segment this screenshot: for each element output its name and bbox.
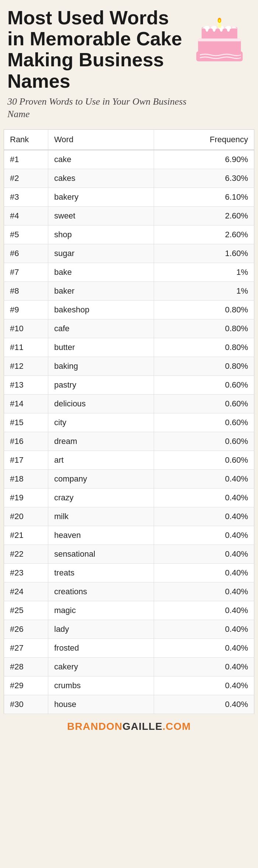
cell-frequency: 0.40% xyxy=(154,545,254,564)
table-row: #17art0.60% xyxy=(4,451,254,470)
main-title: Most Used Words in Memorable Cake Making… xyxy=(7,7,188,92)
table-row: #16dream0.60% xyxy=(4,432,254,451)
cell-frequency: 0.60% xyxy=(154,451,254,470)
cell-word: house xyxy=(48,695,154,714)
cell-frequency: 0.40% xyxy=(154,695,254,714)
cell-frequency: 0.40% xyxy=(154,639,254,658)
page-wrapper: Most Used Words in Memorable Cake Making… xyxy=(0,0,258,739)
table-row: #11butter0.80% xyxy=(4,338,254,357)
cell-word: crumbs xyxy=(48,676,154,695)
table-row: #26lady0.40% xyxy=(4,620,254,639)
cell-word: butter xyxy=(48,338,154,357)
cake-icon-wrapper xyxy=(188,7,251,66)
table-row: #27frosted0.40% xyxy=(4,639,254,658)
cell-rank: #25 xyxy=(4,601,48,620)
table-section: Rank Word Frequency #1cake6.90%#2cakes6.… xyxy=(4,129,254,714)
cell-word: cakes xyxy=(48,169,154,188)
cell-rank: #12 xyxy=(4,357,48,376)
col-rank: Rank xyxy=(4,130,48,150)
cell-rank: #8 xyxy=(4,282,48,301)
cell-word: milk xyxy=(48,507,154,526)
table-row: #28cakery0.40% xyxy=(4,658,254,676)
cell-rank: #14 xyxy=(4,395,48,413)
table-row: #9bakeshop0.80% xyxy=(4,301,254,319)
cell-rank: #3 xyxy=(4,188,48,207)
cell-frequency: 0.80% xyxy=(154,338,254,357)
footer-section: BRANDONGAILLE.COM xyxy=(0,714,258,739)
cell-frequency: 0.60% xyxy=(154,376,254,395)
cell-word: bake xyxy=(48,263,154,282)
cell-rank: #22 xyxy=(4,545,48,564)
cell-word: cafe xyxy=(48,319,154,338)
data-table: Rank Word Frequency #1cake6.90%#2cakes6.… xyxy=(4,129,254,714)
cell-rank: #9 xyxy=(4,301,48,319)
cell-frequency: 2.60% xyxy=(154,225,254,244)
cell-word: bakeshop xyxy=(48,301,154,319)
table-row: #12baking0.80% xyxy=(4,357,254,376)
cell-word: shop xyxy=(48,225,154,244)
cell-word: baker xyxy=(48,282,154,301)
cell-word: sensational xyxy=(48,545,154,564)
cell-word: treats xyxy=(48,564,154,582)
cell-rank: #1 xyxy=(4,150,48,169)
header-section: Most Used Words in Memorable Cake Making… xyxy=(0,0,258,124)
cell-rank: #15 xyxy=(4,413,48,432)
cell-word: cakery xyxy=(48,658,154,676)
footer-brand-part2: GAILLE xyxy=(122,721,163,732)
cell-frequency: 0.40% xyxy=(154,470,254,489)
cell-word: heaven xyxy=(48,526,154,545)
table-row: #13pastry0.60% xyxy=(4,376,254,395)
svg-rect-11 xyxy=(198,38,241,41)
cell-frequency: 0.40% xyxy=(154,601,254,620)
cell-word: sweet xyxy=(48,207,154,225)
table-row: #25magic0.40% xyxy=(4,601,254,620)
cell-frequency: 0.40% xyxy=(154,564,254,582)
cell-word: dream xyxy=(48,432,154,451)
title-block: Most Used Words in Memorable Cake Making… xyxy=(7,7,188,120)
cell-rank: #11 xyxy=(4,338,48,357)
cell-word: city xyxy=(48,413,154,432)
table-row: #22sensational0.40% xyxy=(4,545,254,564)
cell-frequency: 6.90% xyxy=(154,150,254,169)
table-row: #5shop2.60% xyxy=(4,225,254,244)
col-frequency: Frequency xyxy=(154,130,254,150)
table-row: #29crumbs0.40% xyxy=(4,676,254,695)
cell-frequency: 0.40% xyxy=(154,507,254,526)
table-row: #19crazy0.40% xyxy=(4,489,254,507)
cell-frequency: 1% xyxy=(154,263,254,282)
cell-frequency: 0.40% xyxy=(154,526,254,545)
cell-word: pastry xyxy=(48,376,154,395)
table-row: #24creations0.40% xyxy=(4,582,254,601)
cell-rank: #23 xyxy=(4,564,48,582)
svg-point-9 xyxy=(220,27,223,32)
cell-frequency: 0.60% xyxy=(154,413,254,432)
cell-frequency: 0.80% xyxy=(154,357,254,376)
cell-frequency: 0.60% xyxy=(154,432,254,451)
cell-rank: #30 xyxy=(4,695,48,714)
footer-brand-part3: .COM xyxy=(163,721,191,732)
cell-rank: #28 xyxy=(4,658,48,676)
table-row: #30house0.40% xyxy=(4,695,254,714)
table-row: #1cake6.90% xyxy=(4,150,254,169)
cell-frequency: 6.10% xyxy=(154,188,254,207)
cell-rank: #20 xyxy=(4,507,48,526)
cell-word: creations xyxy=(48,582,154,601)
table-row: #7bake1% xyxy=(4,263,254,282)
cell-frequency: 0.80% xyxy=(154,319,254,338)
cell-rank: #7 xyxy=(4,263,48,282)
cell-frequency: 0.80% xyxy=(154,301,254,319)
cell-rank: #29 xyxy=(4,676,48,695)
svg-point-10 xyxy=(227,27,230,32)
cell-word: cake xyxy=(48,150,154,169)
cell-frequency: 0.40% xyxy=(154,620,254,639)
cell-frequency: 0.40% xyxy=(154,489,254,507)
svg-rect-0 xyxy=(196,51,243,61)
cell-rank: #21 xyxy=(4,526,48,545)
cell-rank: #19 xyxy=(4,489,48,507)
table-row: #4sweet2.60% xyxy=(4,207,254,225)
subtitle: 30 Proven Words to Use in Your Own Busin… xyxy=(7,95,188,120)
table-row: #21heaven0.40% xyxy=(4,526,254,545)
cell-word: sugar xyxy=(48,244,154,263)
cell-frequency: 0.40% xyxy=(154,676,254,695)
cell-frequency: 1% xyxy=(154,282,254,301)
